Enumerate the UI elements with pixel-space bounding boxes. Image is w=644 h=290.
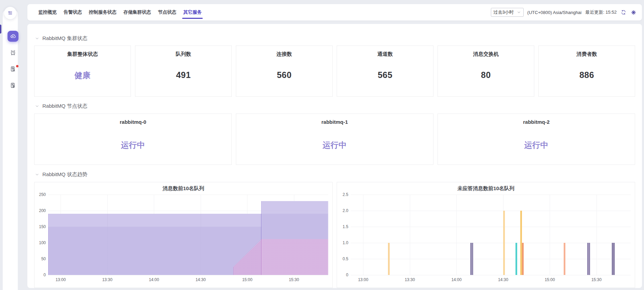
x-axis-label: 15:00 (545, 277, 555, 282)
sidebar-item-log-search[interactable] (8, 64, 18, 75)
section-title: RabbitMQ 节点状态 (42, 103, 88, 109)
topbar-tab[interactable]: 控制服务状态 (85, 4, 120, 21)
x-axis-label: 13:00 (358, 277, 368, 282)
refresh-button[interactable] (620, 9, 627, 15)
topbar-tab[interactable]: 节点状态 (155, 4, 180, 21)
card-value: 运行中 (236, 140, 433, 150)
chart-card: 未应答消息数前10名队列00.51.01.52.02.513:0013:3014… (337, 182, 635, 288)
alarm-clock-icon (10, 50, 16, 56)
bar (470, 243, 473, 275)
y-axis-label: 100 (39, 240, 46, 245)
sidebar-active-indicator (0, 25, 1, 34)
x-axis-label: 14:00 (149, 277, 159, 282)
sidebar-item-report-document[interactable] (8, 80, 18, 91)
y-axis-label: 1.0 (343, 240, 348, 245)
x-axis-label: 13:30 (102, 277, 112, 282)
topbar-tab[interactable]: 告警状态 (60, 4, 85, 21)
card-value: 491 (135, 70, 231, 80)
chart-title: 未应答消息数前10名队列 (337, 185, 635, 192)
y-axis-label: 0.5 (343, 256, 348, 261)
card-value: 运行中 (438, 140, 635, 150)
y-axis-label: 0 (43, 273, 46, 277)
section-header-trends[interactable]: RabbitMQ 状态趋势 (35, 171, 88, 178)
chart-title: 消息数前10名队列 (35, 185, 332, 192)
node-card: rabbitmq-0运行中 (34, 114, 232, 165)
hamburger-menu-icon (8, 10, 13, 16)
y-axis-label: 0 (346, 273, 348, 277)
timezone-label: (UTC+0800) Asia/Shanghai (527, 10, 582, 15)
card-title: 队列数 (135, 51, 231, 57)
collapse-chevron-icon (35, 36, 39, 41)
bar (515, 243, 517, 275)
chart-plot-area: 05010015020025013:0013:3014:0014:3015:00… (48, 195, 328, 275)
topbar-tab[interactable]: 监控概览 (35, 4, 60, 21)
bar-series-segment (48, 227, 261, 275)
y-axis-label: 250 (39, 192, 46, 197)
menu-button[interactable] (4, 7, 16, 19)
sidebar-item-alarm-clock[interactable] (8, 47, 18, 58)
grid-line (48, 195, 328, 195)
card-title: 通道数 (337, 51, 433, 57)
y-axis-label: 200 (39, 208, 46, 213)
cluster-cards-row: 集群整体状态健康队列数491连接数560通道数565消息交换机80消费者数886 (34, 45, 635, 97)
collapse-chevron-icon (35, 172, 39, 177)
x-axis-label: 15:00 (242, 277, 252, 282)
card-title: rabbitmq-1 (236, 119, 433, 125)
grid-line (351, 227, 631, 227)
card-value: 健康 (35, 70, 131, 81)
y-axis-label: 50 (41, 256, 46, 261)
bar (612, 243, 615, 275)
grid-line (596, 195, 597, 275)
grid-line (48, 275, 328, 275)
grid-line (351, 211, 631, 211)
topbar-tab[interactable]: 其它服务 (180, 4, 205, 21)
card-title: 连接数 (236, 51, 332, 57)
x-axis-label: 13:00 (55, 277, 66, 282)
section-header-cluster[interactable]: RabbitMQ 集群状态 (35, 35, 88, 42)
card-value: 运行中 (35, 140, 231, 150)
x-axis-label: 14:30 (196, 277, 206, 282)
node-card: rabbitmq-2运行中 (438, 114, 635, 165)
tab-bar: 监控概览告警状态控制服务状态存储集群状态节点状态其它服务 (35, 4, 205, 21)
time-range-value: 过去3小时 (494, 9, 514, 15)
bar (503, 211, 505, 275)
x-axis-label: 14:30 (498, 277, 508, 282)
log-search-icon (10, 66, 16, 72)
section-title: RabbitMQ 集群状态 (42, 35, 88, 42)
sidebar (3, 10, 18, 290)
time-range-select[interactable]: 过去3小时 (491, 8, 524, 17)
grid-line (410, 195, 410, 275)
chart-card: 消息数前10名队列05010015020025013:0013:3014:001… (34, 182, 333, 288)
bar (587, 243, 590, 275)
bar (388, 243, 390, 275)
y-axis-label: 2.0 (343, 208, 348, 213)
last-update-label: 最近更新: 15:52 (585, 9, 617, 15)
stat-card: 通道数565 (337, 45, 433, 97)
chevron-down-icon (517, 10, 521, 14)
bar (564, 243, 565, 275)
topbar-tab[interactable]: 存储集群状态 (120, 4, 155, 21)
card-value: 560 (236, 70, 332, 80)
settings-button[interactable] (630, 9, 636, 15)
sidebar-item-monitor-dashboard[interactable] (8, 31, 18, 42)
x-axis-label: 15:30 (289, 277, 299, 282)
card-title: 集群整体状态 (35, 51, 131, 57)
y-axis-label: 1.5 (343, 224, 348, 229)
grid-line (351, 195, 631, 195)
topbar-right: 过去3小时 (UTC+0800) Asia/Shanghai 最近更新: 15:… (491, 8, 642, 17)
main-content: RabbitMQ 集群状态 集群整体状态健康队列数491连接数560通道数565… (27, 24, 642, 288)
grid-line (351, 275, 631, 275)
card-title: rabbitmq-0 (35, 119, 231, 125)
x-axis-label: 13:30 (405, 277, 415, 282)
bar (522, 243, 524, 275)
section-title: RabbitMQ 状态趋势 (42, 171, 88, 178)
report-document-icon (10, 82, 16, 89)
chart-plot-area: 00.51.01.52.02.513:0013:3014:0014:3015:0… (351, 195, 631, 275)
node-cards-row: rabbitmq-0运行中rabbitmq-1运行中rabbitmq-2运行中 (34, 114, 635, 165)
trend-charts-row: 消息数前10名队列05010015020025013:0013:3014:001… (34, 182, 635, 288)
bar-series-segment (261, 239, 328, 275)
node-card: rabbitmq-1运行中 (236, 114, 433, 165)
section-header-nodes[interactable]: RabbitMQ 节点状态 (35, 103, 88, 109)
card-title: 消费者数 (539, 51, 635, 57)
y-axis-label: 2.5 (343, 192, 348, 197)
